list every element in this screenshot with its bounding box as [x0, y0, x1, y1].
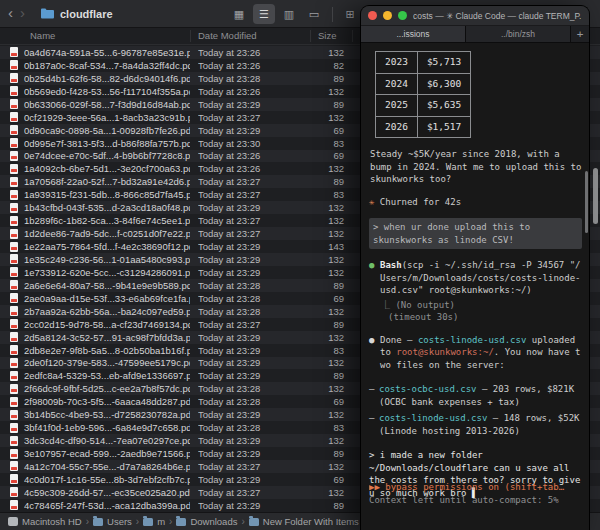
column-divider[interactable]	[352, 30, 353, 42]
bash-result: ⎿ (No output)	[381, 299, 582, 312]
file-date-modified: Today at 23:27	[198, 112, 302, 123]
path-item[interactable]: › New Folder With Items 3	[237, 516, 366, 527]
file-name: 3e107957-ecad-599...-2aedb9e71566.pdf	[24, 448, 190, 459]
pdf-file-icon	[10, 203, 18, 213]
terminal-footer: ▶▶ bypass permissions on (shift+tab… Con…	[369, 481, 584, 506]
file-date-modified: Today at 23:29	[198, 125, 302, 136]
view-button[interactable]: ▭	[303, 4, 325, 24]
file-name: 1e35c249-c236-56...1-01aa5480c993.pdf	[24, 254, 190, 265]
cost-year: 2024	[376, 73, 418, 95]
file-date-modified: Today at 23:29	[198, 99, 302, 110]
folder-icon	[143, 518, 153, 526]
pdf-file-icon	[10, 99, 18, 109]
cost-amount: $5,635	[417, 95, 470, 117]
file-name: 1d2dee86-7ad9-5dc...f-c0251d0f7e22.pdf	[24, 228, 190, 239]
cost-table: 2023 $5,713 2024 $6,300 2025 $5,635	[375, 51, 471, 138]
path-item[interactable]: › Downloads	[165, 516, 237, 527]
cost-amount: $1,517	[417, 116, 470, 138]
message-bullet-icon: ●	[369, 334, 380, 372]
file-date-modified: Today at 23:29	[198, 448, 302, 459]
tool-bullet-icon: ●	[369, 259, 380, 297]
path-item[interactable]: › m	[132, 516, 165, 527]
cost-year: 2023	[376, 52, 418, 74]
forward-button[interactable]: ›	[19, 4, 31, 23]
bash-tool-call: ● Bash(scp -i ~/.ssh/id_rsa -P 34567 "/U…	[369, 259, 582, 297]
pdf-file-icon	[10, 280, 18, 290]
file-size: 132	[306, 306, 344, 317]
path-separator: ›	[86, 516, 89, 527]
file-name: 0b25d4b1-62f6-58...82-d6dc94014f6.pdf	[24, 73, 190, 84]
pdf-file-icon	[10, 436, 18, 446]
folder-icon	[93, 518, 103, 526]
file-size: 83	[306, 138, 344, 149]
remote-host: root@skunkworks:~/	[396, 347, 494, 357]
terminal-tab[interactable]: ../bin/zsh	[466, 26, 571, 42]
pdf-file-icon	[10, 306, 18, 316]
file-size: 89	[306, 448, 344, 459]
path-item[interactable]: › Macintosh HD	[8, 516, 82, 527]
terminal-titlebar[interactable]: costs — ✳ Claude Code — claude TERM_P...	[361, 6, 589, 26]
path-item[interactable]: › Users	[82, 516, 132, 527]
new-tab-button[interactable]: +	[571, 26, 589, 42]
file-size: 132	[306, 357, 344, 368]
view-button[interactable]: ▦	[228, 4, 250, 24]
file-size: 69	[306, 125, 344, 136]
pdf-file-icon	[10, 371, 18, 381]
file-name: 2cc02d15-9d78-58...a-cf23d7469134.pdf	[24, 319, 190, 330]
column-header-date-modified[interactable]: Date Modified	[198, 30, 257, 41]
pdf-file-icon	[10, 500, 18, 510]
file-name: 1e22aa75-7864-5fd...f-4e2c38690f12.pdf	[24, 241, 190, 252]
file-name: 3dc3cd4c-df90-514...-7ea07e0297ce.pdf	[24, 435, 190, 446]
column-header-name[interactable]: Name	[30, 30, 55, 41]
pdf-file-icon	[10, 319, 18, 329]
pdf-file-icon	[10, 449, 18, 459]
pdf-file-icon	[10, 410, 18, 420]
terminal-tab[interactable]: ...issions	[361, 26, 466, 42]
pdf-file-icon	[10, 397, 18, 407]
file-date-modified: Today at 23:29	[198, 254, 302, 265]
file-name: 0a4d674a-591a-55...6-96787e85e31e.pdf	[24, 47, 190, 58]
group-icon[interactable]: ⊞	[341, 4, 359, 24]
pdf-file-icon	[10, 461, 18, 471]
pdf-file-icon	[10, 86, 18, 96]
terminal-scrollbar[interactable]	[585, 171, 588, 233]
pdf-file-icon	[10, 125, 18, 135]
cost-table-row: 2023 $5,713	[376, 52, 471, 74]
zoom-button[interactable]	[398, 11, 407, 20]
column-header-size[interactable]: Size	[318, 30, 336, 41]
terminal-tabbar: ...issions ../bin/zsh +	[361, 26, 589, 43]
file-size: 89	[306, 280, 344, 291]
file-date-modified: Today at 23:27	[198, 319, 302, 330]
pdf-file-icon	[10, 151, 18, 161]
pdf-file-icon	[10, 60, 18, 70]
file-size: 89	[306, 73, 344, 84]
folder-icon	[176, 518, 186, 526]
back-button[interactable]: ‹	[0, 4, 19, 23]
view-button[interactable]: ☰	[253, 4, 275, 24]
minimize-button[interactable]	[383, 11, 392, 20]
column-divider[interactable]	[310, 30, 311, 42]
file-date-modified: Today at 23:28	[198, 306, 302, 317]
file-size: 89	[306, 176, 344, 187]
server-file-name: costs-linode-usd.csv	[379, 413, 487, 423]
pdf-file-icon	[10, 73, 18, 83]
file-size: 132	[306, 409, 344, 420]
view-button[interactable]: ▥	[278, 4, 300, 24]
finder-scrollbar[interactable]	[593, 168, 598, 224]
file-size: 132	[306, 383, 344, 394]
path-item-label: New Folder With Items 3	[263, 516, 367, 527]
pdf-file-icon	[10, 332, 18, 342]
file-name: 1b43cfbd-043f-535...d-2a3cd18a0f48.pdf	[24, 202, 190, 213]
pdf-file-icon	[10, 358, 18, 368]
file-name: 2ae0a9aa-d15e-53f...33-e6ab69fce1fa.pdf	[24, 293, 190, 304]
file-size: 132	[306, 228, 344, 239]
file-date-modified: Today at 23:26	[198, 150, 302, 161]
path-item-label: Users	[107, 516, 132, 527]
close-button[interactable]	[368, 11, 377, 20]
server-file-list: – costs-ocbc-usd.csv — 203 rows, $821K (…	[369, 383, 582, 437]
column-divider[interactable]	[190, 30, 191, 42]
file-name: 1e733912-620e-5cc...-c31294286091.pdf	[24, 267, 190, 278]
file-name: 0cf21929-3eee-56a...1-8acb3a23c91b.pdf	[24, 112, 190, 123]
uploaded-file-name: costs-linode-usd.csv	[418, 335, 526, 345]
file-date-modified: Today at 23:29	[198, 202, 302, 213]
